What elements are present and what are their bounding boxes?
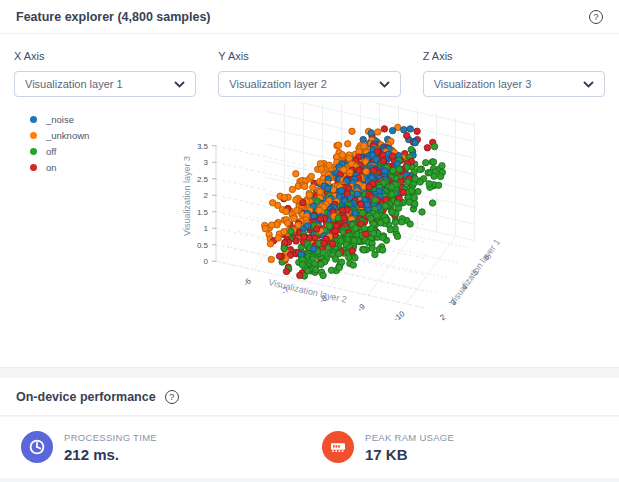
z-axis-group: Z Axis Visualization layer 3 [423,50,605,97]
legend-item-noise[interactable]: _noise [30,114,89,125]
legend-label: on [46,162,57,173]
svg-text:2.5: 2.5 [197,175,209,184]
metric-value: 17 KB [365,446,454,463]
legend-label: _unknown [46,130,89,141]
page-title: Feature explorer (4,800 samples) [16,10,211,24]
svg-text:0.5: 0.5 [197,241,209,250]
legend-item-off[interactable]: off [30,146,89,157]
feature-explorer-header: Feature explorer (4,800 samples) ? [0,0,619,34]
svg-text:1.5: 1.5 [197,208,209,217]
peak-ram-metric: PEAK RAM USAGE 17 KB [322,431,454,463]
svg-text:Visualization layer 1: Visualization layer 1 [447,237,502,308]
x-axis-select[interactable]: Visualization layer 1 [14,71,196,97]
clock-icon [21,431,53,463]
legend-label: off [46,146,56,157]
metric-value: 212 ms. [64,446,157,463]
y-axis-group: Y Axis Visualization layer 2 [218,50,400,97]
performance-metrics: PROCESSING TIME 212 ms. PEAK RAM USAGE 1… [0,417,619,478]
legend-item-unknown[interactable]: _unknown [30,130,89,141]
svg-text:Visualization layer 3: Visualization layer 3 [182,156,192,236]
performance-header: On-device performance ? [0,378,619,416]
y-axis-select-value: Visualization layer 2 [229,78,327,90]
svg-text:0: 0 [204,257,209,266]
chevron-down-icon [174,81,185,88]
chart-legend: _noise_unknownoffon [30,114,89,178]
svg-text:2: 2 [204,191,209,200]
z-axis-select-value: Visualization layer 3 [434,78,532,90]
z-axis-label: Z Axis [423,50,605,62]
svg-text:-9: -9 [356,302,368,314]
x-axis-select-value: Visualization layer 1 [25,78,123,90]
legend-item-on[interactable]: on [30,162,89,173]
legend-label: _noise [46,114,74,125]
y-axis-label: Y Axis [218,50,400,62]
ram-icon [322,431,354,463]
help-icon[interactable]: ? [165,390,179,404]
x-axis-group: X Axis Visualization layer 1 [14,50,196,97]
chevron-down-icon [379,81,390,88]
processing-time-metric: PROCESSING TIME 212 ms. [21,431,157,463]
axis-selector-row: X Axis Visualization layer 1 Y Axis Visu… [0,50,619,97]
chevron-down-icon [583,81,594,88]
metric-label: PEAK RAM USAGE [365,432,454,443]
svg-text:3: 3 [204,158,209,167]
legend-dot [30,148,37,155]
svg-text:2: 2 [438,312,447,322]
feature-explorer-card: Feature explorer (4,800 samples) ? X Axi… [0,0,619,368]
svg-text:3.5: 3.5 [197,142,209,151]
svg-text:1: 1 [204,224,209,233]
z-axis-select[interactable]: Visualization layer 3 [423,71,605,97]
legend-dot [30,116,37,123]
help-icon[interactable]: ? [589,10,603,24]
legend-dot [30,164,37,171]
svg-text:-6: -6 [242,276,254,288]
y-axis-select[interactable]: Visualization layer 2 [218,71,400,97]
metric-label: PROCESSING TIME [64,432,157,443]
svg-text:-10: -10 [392,309,407,324]
x-axis-label: X Axis [14,50,196,62]
legend-dot [30,132,37,139]
performance-title: On-device performance [16,390,156,404]
feature-explorer-plot[interactable]: 3.532.521.510.50-6-7-8-9-1023456Visualiz… [150,103,510,358]
scatter3d-svg: 3.532.521.510.50-6-7-8-9-1023456Visualiz… [150,103,510,358]
